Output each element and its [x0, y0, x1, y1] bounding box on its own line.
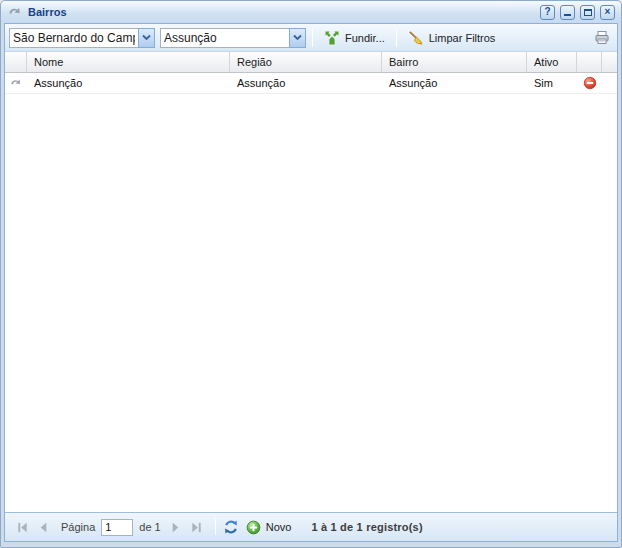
refresh-icon [223, 519, 239, 535]
column-header-ativo[interactable]: Ativo [527, 52, 577, 72]
content-panel: Fundir... Limpar Filtros [4, 23, 618, 542]
page-title: Bairros [28, 6, 67, 19]
print-button[interactable] [592, 27, 612, 49]
toolbar-separator [312, 29, 313, 47]
cell-regiao: Assunção [230, 73, 382, 93]
window-swirl-icon [7, 4, 23, 20]
close-icon: × [605, 6, 611, 18]
table-row[interactable]: Assunção Assunção Assunção Sim [5, 73, 617, 94]
prev-page-button[interactable] [34, 518, 52, 536]
row-swirl-icon [9, 76, 23, 90]
next-page-button[interactable] [167, 518, 185, 536]
merge-icon [324, 30, 340, 46]
chevron-down-icon [293, 34, 302, 41]
new-record-button[interactable]: Novo [243, 518, 295, 536]
column-header-icon [5, 52, 27, 72]
column-header-regiao[interactable]: Região [230, 52, 382, 72]
column-header-nome[interactable]: Nome [27, 52, 230, 72]
prev-page-icon [37, 521, 50, 534]
clear-filters-button[interactable]: Limpar Filtros [403, 27, 501, 49]
neighborhood-filter-combo [160, 28, 306, 48]
broom-icon [408, 30, 424, 46]
city-filter-input[interactable] [9, 28, 138, 48]
row-spacer-cell [602, 73, 617, 93]
chevron-down-icon [142, 34, 151, 41]
city-filter-combo [9, 28, 155, 48]
grid-body: Assunção Assunção Assunção Sim [5, 73, 617, 512]
cell-nome: Assunção [27, 73, 230, 93]
printer-icon [594, 30, 610, 46]
first-page-button[interactable] [13, 518, 31, 536]
city-filter-dropdown-trigger[interactable] [138, 28, 155, 48]
last-page-icon [190, 521, 203, 534]
page-label: Página [61, 521, 95, 533]
neighborhood-filter-input[interactable] [160, 28, 289, 48]
title-bar: Bairros ? × [1, 1, 621, 23]
last-page-button[interactable] [188, 518, 206, 536]
row-icon-cell [5, 73, 27, 93]
cell-ativo: Sim [527, 73, 577, 93]
pager-separator [215, 519, 216, 535]
merge-button-label: Fundir... [345, 32, 385, 44]
maximize-icon [584, 9, 592, 16]
page-total-label: de 1 [139, 521, 160, 533]
paging-toolbar: Página de 1 [5, 512, 617, 541]
refresh-button[interactable] [222, 518, 240, 536]
column-header-delete [577, 52, 602, 72]
filter-toolbar: Fundir... Limpar Filtros [5, 24, 617, 52]
cell-bairro: Assunção [382, 73, 527, 93]
toolbar-separator [396, 29, 397, 47]
add-icon [246, 520, 261, 535]
maximize-button[interactable] [580, 5, 595, 20]
minimize-icon [564, 14, 571, 16]
minimize-button[interactable] [560, 5, 575, 20]
neighborhood-filter-dropdown-trigger[interactable] [289, 28, 306, 48]
column-header-bairro[interactable]: Bairro [382, 52, 527, 72]
page-number-input[interactable] [101, 519, 133, 536]
close-button[interactable]: × [600, 5, 615, 20]
next-page-icon [169, 521, 182, 534]
delete-icon [583, 76, 597, 90]
grid-header: Nome Região Bairro Ativo [5, 52, 617, 73]
delete-row-button[interactable] [577, 73, 602, 93]
new-record-label: Novo [266, 521, 292, 533]
first-page-icon [16, 521, 29, 534]
help-button[interactable]: ? [540, 5, 555, 20]
bairros-window: Bairros ? × [0, 0, 622, 548]
records-summary: 1 à 1 de 1 registro(s) [311, 521, 422, 533]
merge-button[interactable]: Fundir... [319, 27, 390, 49]
column-header-spacer [602, 52, 617, 72]
clear-filters-label: Limpar Filtros [429, 32, 496, 44]
help-icon: ? [544, 6, 550, 18]
